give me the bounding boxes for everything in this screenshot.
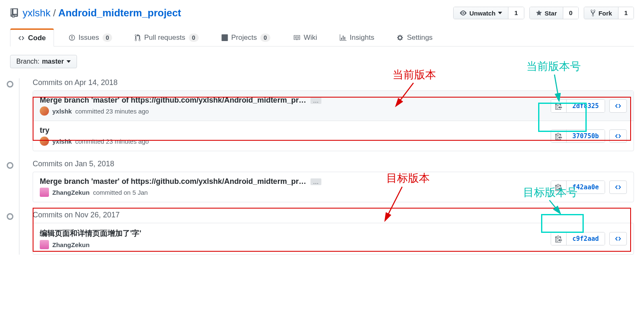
annotation-current-version-num: 当前版本号 — [526, 59, 581, 74]
commit-time: committed 23 minutes ago — [75, 138, 149, 145]
repo-content: Branch: master Commits on Apr 14, 2018Me… — [0, 46, 644, 271]
commit-meta: ZhangZekun — [40, 240, 551, 249]
gear-icon — [397, 34, 403, 41]
copy-sha-button[interactable] — [551, 130, 567, 142]
star-button[interactable]: Star — [530, 7, 563, 19]
fork-group: Fork 1 — [584, 7, 634, 19]
code-icon — [615, 103, 621, 109]
commit-list: Merge branch 'master' of https://github.… — [33, 90, 634, 151]
tab-insights[interactable]: Insights — [332, 28, 382, 46]
copy-sha-button[interactable] — [551, 232, 567, 245]
repo-header: yxlshk / Android_midterm_project Unwatch… — [0, 0, 644, 46]
browse-repo-button[interactable] — [609, 181, 627, 194]
clipboard-icon — [555, 102, 562, 110]
commit-group: Commits on Jan 5, 2018Merge branch 'mast… — [19, 160, 634, 202]
expand-message-button[interactable]: … — [310, 97, 321, 104]
code-icon — [615, 133, 621, 139]
code-icon — [18, 35, 25, 41]
clipboard-icon — [555, 235, 562, 242]
commit-row: 编辑页面和详情页面增加了'字'ZhangZekunc9f2aad — [33, 223, 634, 254]
commit-time: committed on 5 Jan — [93, 189, 148, 196]
commit-date-heading: Commits on Apr 14, 2018 — [33, 78, 634, 87]
commit-title-link[interactable]: Merge branch 'master' of https://github.… — [40, 177, 306, 186]
commit-row: Merge branch 'master' of https://github.… — [33, 172, 634, 202]
browse-repo-button[interactable] — [609, 129, 627, 143]
fork-icon — [590, 9, 596, 17]
commit-group: Commits on Nov 26, 2017编辑页面和详情页面增加了'字'Zh… — [19, 211, 634, 255]
star-group: Star 0 — [529, 7, 579, 19]
commit-time: committed 23 minutes ago — [75, 108, 149, 115]
issues-count: 0 — [103, 34, 113, 42]
code-icon — [615, 184, 621, 191]
watch-count[interactable]: 1 — [508, 7, 523, 19]
copy-sha-button[interactable] — [551, 181, 567, 193]
commit-row: tryyxlshkcommitted 23 minutes ago370750b — [33, 121, 634, 151]
graph-icon — [340, 34, 346, 41]
star-count[interactable]: 0 — [563, 7, 578, 19]
commit-title-link[interactable]: try — [40, 126, 49, 135]
commit-author[interactable]: ZhangZekun — [52, 241, 90, 248]
tab-settings[interactable]: Settings — [389, 28, 440, 46]
tab-wiki[interactable]: Wiki — [285, 28, 325, 46]
commit-title-link[interactable]: 编辑页面和详情页面增加了'字' — [40, 228, 141, 238]
commit-list: 编辑页面和详情页面增加了'字'ZhangZekunc9f2aad — [33, 223, 634, 255]
repo-path: yxlshk / Android_midterm_project — [10, 7, 181, 19]
commit-author[interactable]: yxlshk — [52, 138, 72, 145]
fork-button[interactable]: Fork — [584, 7, 618, 19]
avatar[interactable] — [40, 137, 49, 146]
repo-actions: Unwatch 1 Star 0 Fork 1 — [453, 7, 634, 19]
copy-sha-button[interactable] — [551, 100, 567, 112]
commit-author[interactable]: ZhangZekun — [52, 189, 90, 196]
repo-owner-link[interactable]: yxlshk — [23, 7, 51, 19]
eye-icon — [459, 10, 467, 16]
star-icon — [536, 10, 542, 16]
avatar[interactable] — [40, 188, 49, 197]
commit-sha-link[interactable]: 370750b — [567, 130, 605, 142]
unwatch-button[interactable]: Unwatch — [454, 7, 509, 19]
commit-sha-link[interactable]: f42aa0e — [567, 181, 605, 193]
commit-row: Merge branch 'master' of https://github.… — [33, 91, 634, 121]
browse-repo-button[interactable] — [609, 232, 627, 245]
commit-author[interactable]: yxlshk — [52, 108, 72, 115]
clipboard-icon — [555, 183, 562, 191]
tab-pull-requests[interactable]: Pull requests 0 — [127, 28, 206, 46]
commit-sha-link[interactable]: 2df8325 — [567, 100, 605, 112]
commit-meta: ZhangZekuncommitted on 5 Jan — [40, 188, 551, 197]
issue-icon — [69, 34, 75, 41]
unwatch-group: Unwatch 1 — [453, 7, 524, 19]
pr-icon — [135, 34, 141, 41]
commit-group: Commits on Apr 14, 2018Merge branch 'mas… — [19, 78, 634, 151]
commit-title-link[interactable]: Merge branch 'master' of https://github.… — [40, 96, 306, 105]
repo-icon — [10, 8, 18, 18]
browse-repo-button[interactable] — [609, 99, 627, 113]
tab-issues[interactable]: Issues 0 — [61, 28, 121, 46]
avatar[interactable] — [40, 240, 49, 249]
timeline-marker — [7, 81, 13, 88]
projects-icon — [221, 34, 228, 41]
chevron-down-icon — [67, 60, 71, 63]
chevron-down-icon — [498, 12, 502, 14]
commit-meta: yxlshkcommitted 23 minutes ago — [40, 106, 551, 116]
tab-projects[interactable]: Projects 0 — [213, 28, 278, 46]
clipboard-icon — [555, 132, 562, 140]
timeline-marker — [7, 162, 13, 169]
fork-count[interactable]: 1 — [618, 7, 634, 19]
branch-selector[interactable]: Branch: master — [10, 55, 77, 68]
commit-meta: yxlshkcommitted 23 minutes ago — [40, 137, 551, 146]
commit-date-heading: Commits on Jan 5, 2018 — [33, 160, 634, 168]
timeline-marker — [7, 213, 13, 220]
commit-sha-link[interactable]: c9f2aad — [567, 232, 605, 245]
expand-message-button[interactable]: … — [310, 178, 321, 185]
pulls-count: 0 — [189, 34, 199, 42]
commits-timeline: Commits on Apr 14, 2018Merge branch 'mas… — [10, 78, 634, 255]
commit-date-heading: Commits on Nov 26, 2017 — [33, 211, 634, 219]
projects-count: 0 — [260, 34, 270, 42]
repo-tabs: Code Issues 0 Pull requests 0 Projects 0… — [10, 28, 634, 46]
avatar[interactable] — [40, 106, 49, 116]
code-icon — [615, 235, 621, 242]
book-icon — [293, 34, 300, 41]
commit-list: Merge branch 'master' of https://github.… — [33, 172, 634, 202]
repo-name-link[interactable]: Android_midterm_project — [58, 7, 181, 19]
tab-code[interactable]: Code — [10, 28, 54, 46]
